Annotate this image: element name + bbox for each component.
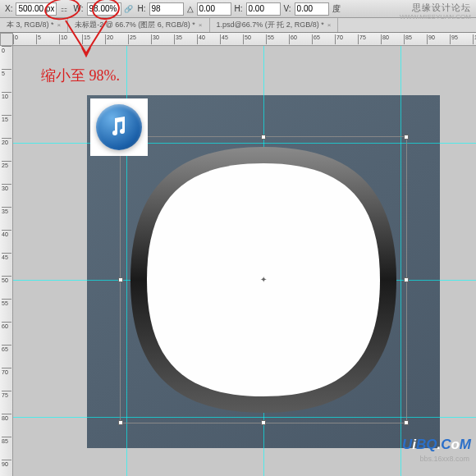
transform-handle-tr[interactable] bbox=[404, 135, 409, 140]
h-input[interactable] bbox=[149, 2, 184, 16]
skew-v-input[interactable] bbox=[295, 2, 329, 16]
skew-h-input[interactable] bbox=[246, 2, 281, 16]
itunes-circle bbox=[96, 104, 142, 150]
h-label: H: bbox=[138, 4, 146, 13]
watermark-top-sub: WWW.MISSYUAN.COM bbox=[400, 13, 471, 21]
itunes-icon-reference bbox=[90, 98, 148, 156]
annotation-arrow bbox=[57, 16, 123, 66]
close-icon[interactable]: × bbox=[327, 21, 332, 29]
annotation-text: 缩小至 98%. bbox=[41, 66, 120, 85]
canvas-viewport[interactable]: ✦ UiBQ.CoM bbs.16xx8.com bbox=[13, 46, 476, 476]
skew-v-label: V: bbox=[284, 4, 291, 13]
watermark-sub: bbs.16xx8.com bbox=[419, 455, 469, 463]
watermark-main: UiBQ.CoM bbox=[402, 437, 471, 453]
transform-handle-br[interactable] bbox=[404, 420, 409, 425]
transform-bounding-box[interactable]: ✦ bbox=[120, 136, 407, 423]
transform-handle-bm[interactable] bbox=[261, 420, 266, 425]
x-label: X: bbox=[5, 4, 12, 13]
transform-handle-ml[interactable] bbox=[118, 277, 123, 282]
music-note-icon bbox=[107, 115, 131, 140]
aspect-link-icon[interactable]: 🔗 bbox=[123, 3, 135, 15]
tab-doc-3[interactable]: 1.psd@66.7% (开 托 2, RGB/8) *× bbox=[210, 18, 339, 32]
close-icon[interactable]: × bbox=[199, 21, 203, 29]
ruler-origin[interactable] bbox=[0, 33, 13, 46]
ruler-vertical[interactable]: 05101520253035404550556065707580859095 bbox=[0, 46, 13, 476]
transform-center-icon[interactable]: ✦ bbox=[259, 275, 268, 285]
transform-handle-mr[interactable] bbox=[404, 277, 409, 282]
transform-handle-tm[interactable] bbox=[261, 135, 266, 140]
angle-input[interactable] bbox=[197, 2, 231, 16]
watermark-top: 思缘设计论坛 bbox=[412, 2, 471, 14]
angle-label: △ bbox=[187, 4, 194, 13]
unit-label: 度 bbox=[332, 3, 341, 15]
artboard: ✦ bbox=[87, 95, 440, 448]
transform-handle-bl[interactable] bbox=[118, 420, 123, 425]
skew-h-label: H: bbox=[235, 4, 243, 13]
